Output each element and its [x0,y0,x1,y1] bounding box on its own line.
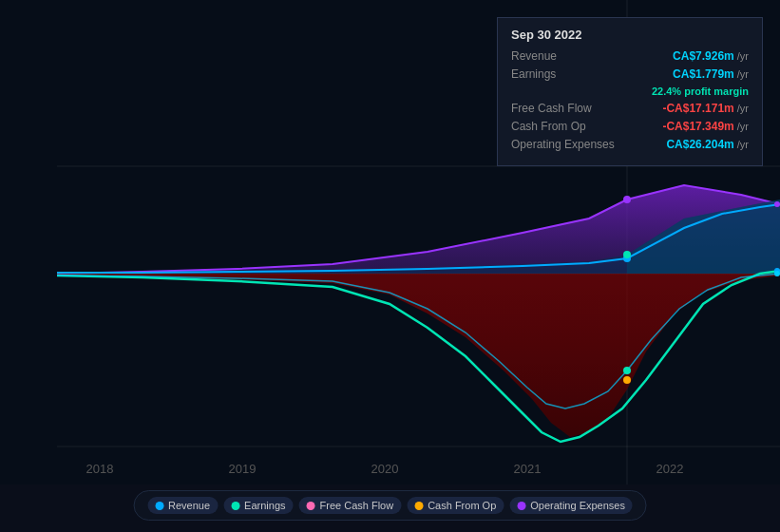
tooltip-opex-value: CA$26.204m [666,138,733,151]
legend-label-fcf: Free Cash Flow [320,500,394,511]
tooltip-fcf-label: Free Cash Flow [511,102,653,115]
legend-dot-opex [517,502,525,510]
legend-dot-earnings [231,502,239,510]
tooltip-earnings-label: Earnings [511,67,663,81]
svg-point-7 [623,251,631,258]
tooltip-revenue-row: Revenue CA$7.926m /yr [511,49,749,63]
tooltip-opex-row: Operating Expenses CA$26.204m /yr [511,138,749,151]
tooltip-revenue-value: CA$7.926m [673,49,734,63]
legend-item-opex[interactable]: Operating Expenses [509,497,633,514]
legend-item-cashop[interactable]: Cash From Op [407,497,504,514]
legend-label-revenue: Revenue [168,500,210,511]
legend-dot-fcf [307,502,315,510]
svg-text:2020: 2020 [371,462,399,476]
profit-margin-row: 22.4% profit margin [511,86,749,97]
svg-text:2021: 2021 [514,462,542,476]
legend-dot-cashop [414,502,423,510]
profit-margin-badge: 22.4% profit margin [652,86,749,97]
tooltip-fcf-row: Free Cash Flow -CA$17.171m /yr [511,102,749,115]
svg-text:2019: 2019 [229,462,257,476]
legend-label-opex: Operating Expenses [530,500,625,511]
legend-label-cashop: Cash From Op [428,500,496,511]
legend-label-earnings: Earnings [244,500,285,511]
svg-point-8 [623,196,631,203]
svg-point-11 [774,201,780,207]
tooltip-cashop-row: Cash From Op -CA$17.349m /yr [511,120,749,133]
svg-point-13 [774,271,780,276]
svg-text:2018: 2018 [86,462,114,476]
tooltip-opex-unit: /yr [737,139,749,150]
tooltip-fcf-value: -CA$17.171m [662,102,733,115]
tooltip-earnings-value: CA$1.779m [673,67,734,81]
tooltip-opex-label: Operating Expenses [511,138,656,151]
legend-item-fcf[interactable]: Free Cash Flow [299,497,402,514]
svg-point-10 [623,376,631,384]
legend-item-earnings[interactable]: Earnings [223,497,293,514]
legend-dot-revenue [155,502,163,510]
tooltip-cashop-value: -CA$17.349m [662,120,733,133]
tooltip-revenue-unit: /yr [737,50,749,62]
tooltip-cashop-unit: /yr [737,121,749,132]
tooltip-fcf-unit: /yr [737,103,749,114]
svg-text:2022: 2022 [656,462,684,476]
svg-point-9 [623,367,631,374]
data-tooltip: Sep 30 2022 Revenue CA$7.926m /yr Earnin… [497,17,763,166]
tooltip-date: Sep 30 2022 [511,28,749,42]
tooltip-cashop-label: Cash From Op [511,120,653,133]
chart-legend: Revenue Earnings Free Cash Flow Cash Fro… [133,490,647,521]
tooltip-earnings-row: Earnings CA$1.779m /yr [511,67,749,81]
tooltip-revenue-label: Revenue [511,49,663,63]
tooltip-earnings-unit: /yr [737,68,749,80]
legend-item-revenue[interactable]: Revenue [147,497,218,514]
